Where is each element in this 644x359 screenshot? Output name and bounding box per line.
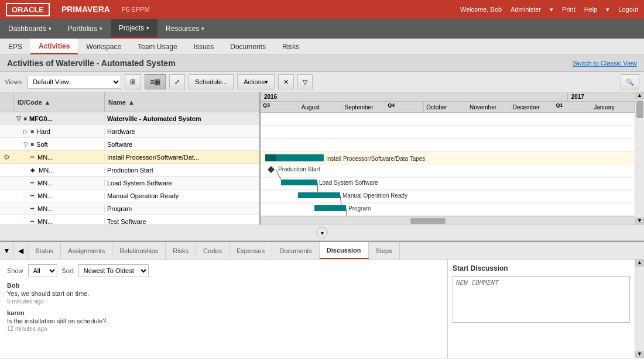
year-2017: 2017	[568, 92, 635, 101]
table-row[interactable]: ▽ ■ MFG0... Waterville - Automated Syste…	[0, 112, 259, 125]
tab-relationships[interactable]: Relationships	[112, 242, 166, 259]
sort-select[interactable]: Newest To Oldest	[78, 264, 149, 277]
welcome-text: Welcome, Bob	[460, 6, 502, 13]
svg-text:Program: Program	[348, 205, 371, 212]
dashboards-arrow: ▾	[49, 26, 52, 32]
table-row[interactable]: ━ MN... Program	[0, 202, 259, 215]
show-select[interactable]: All	[28, 264, 57, 277]
table-view-button[interactable]: ⊞	[125, 74, 141, 89]
scroll-thumb[interactable]	[636, 101, 643, 118]
crosshair-button[interactable]: ✕	[278, 74, 294, 89]
schedule-button[interactable]: Schedule...	[189, 74, 234, 89]
id-code-header: ID/Code ▲	[14, 92, 105, 112]
views-select[interactable]: Default View	[28, 75, 121, 89]
tab-risks[interactable]: Risks	[166, 242, 196, 259]
activity-table: ID/Code ▲ Name ▲ ▽ ■ MFG0... W	[0, 92, 261, 225]
projects-arrow: ▾	[146, 25, 149, 31]
svg-line-28	[346, 208, 347, 216]
administer-link[interactable]: Administer	[511, 6, 541, 13]
vertical-scrollbar[interactable]: ▲ ▼	[635, 92, 644, 225]
table-row[interactable]: ◆ MN... Production Start	[0, 164, 259, 177]
wbs-icon: ■	[23, 115, 27, 122]
gantt-scrollbar-thumb[interactable]	[410, 218, 446, 224]
row-id: ━ MN...	[14, 180, 105, 187]
row-id: ━ MN...	[14, 218, 105, 225]
gantt-horizontal-scrollbar[interactable]	[261, 216, 635, 225]
tab-assignments[interactable]: Assignments	[61, 242, 112, 259]
new-comment-textarea[interactable]	[453, 276, 630, 323]
table-row[interactable]: ━ MN... Load System Software	[0, 177, 259, 189]
discussion-scrollbar[interactable]: ▲ ▼	[635, 260, 644, 358]
svg-rect-19	[314, 205, 346, 211]
row-id: ▽ ■ Soft	[14, 141, 105, 148]
bottom-content: Show All Sort Newest To Oldest Bob Yes, …	[0, 260, 644, 358]
table-row[interactable]: ━ MN... Manual Operation Ready	[0, 189, 259, 202]
subnav-team-usage[interactable]: Team Usage	[129, 39, 185, 54]
disc-scroll-down[interactable]: ▼	[635, 351, 644, 358]
subnav-eps[interactable]: EPS	[0, 39, 30, 54]
row-name: Production Start	[105, 167, 259, 174]
gantt-body: Install Processor/Software/Data Tapes Pr…	[261, 113, 635, 216]
sub-nav: EPS Activities Workspace Team Usage Issu…	[0, 39, 644, 55]
tab-codes[interactable]: Codes	[196, 242, 229, 259]
milestone-icon: ◆	[30, 167, 35, 173]
gantt-month-row: Q3 August September Q4 October November …	[261, 102, 635, 112]
help-link[interactable]: Help	[584, 6, 598, 13]
table-row[interactable]: ▽ ■ Soft Software	[0, 138, 259, 151]
nav-projects[interactable]: Projects ▾	[111, 19, 157, 39]
collapse-toggle-button[interactable]: ▾	[316, 227, 328, 239]
sort-label: Sort	[62, 267, 74, 274]
nav-portfolios[interactable]: Portfolios ▾	[60, 19, 111, 39]
scroll-down-btn[interactable]: ▼	[635, 218, 644, 225]
expand-icon[interactable]: ▷	[23, 128, 28, 134]
filter-button[interactable]: ▽	[297, 74, 313, 89]
subnav-risks[interactable]: Risks	[274, 39, 307, 54]
row-name: Program	[105, 205, 259, 212]
comment-text-karen: Is the installation still on schedule?	[7, 317, 440, 325]
expand-button[interactable]: ⤢	[169, 74, 185, 89]
oracle-logo: ORACLE	[6, 3, 50, 16]
logout-link[interactable]: Logout	[618, 6, 638, 13]
row-settings-gear[interactable]: ⚙	[0, 153, 14, 161]
search-button[interactable]: 🔍	[621, 74, 639, 89]
switch-view-link[interactable]: Switch to Classic View	[573, 60, 637, 67]
table-row[interactable]: ▷ ■ Hard Hardware	[0, 125, 259, 138]
scroll-up-btn[interactable]: ▲	[635, 92, 644, 99]
nav-resources[interactable]: Resources ▾	[157, 19, 213, 39]
month-december: December	[511, 102, 554, 112]
svg-text:Production Start: Production Start	[278, 166, 320, 172]
tab-documents[interactable]: Documents	[272, 242, 320, 259]
page-header: Activities of Waterville - Automated Sys…	[0, 55, 644, 72]
table-row[interactable]: ⚙ ━ MN... Install Processor/Software/Dat…	[0, 151, 259, 164]
bottom-panel-toggle[interactable]: ▼	[0, 242, 14, 259]
subnav-documents[interactable]: Documents	[222, 39, 274, 54]
tab-discussion[interactable]: Discussion	[320, 242, 369, 259]
name-header: Name ▲	[105, 92, 259, 112]
subnav-issues[interactable]: Issues	[186, 39, 222, 54]
row-name: Load System Software	[105, 180, 259, 187]
tab-status[interactable]: Status	[28, 242, 61, 259]
month-september: September	[342, 102, 386, 112]
comment-time-karen: 12 minutes ago	[7, 326, 440, 332]
table-row[interactable]: ━ MN... Test Software	[0, 215, 259, 225]
bottom-nav-prev[interactable]: ◀	[14, 242, 28, 259]
subnav-activities[interactable]: Activities	[30, 39, 78, 54]
print-link[interactable]: Print	[562, 6, 576, 13]
svg-text:Manual Operation Ready: Manual Operation Ready	[342, 192, 407, 199]
svg-rect-11	[265, 154, 276, 161]
collapse-icon[interactable]: ▽	[16, 115, 21, 122]
gantt-view-button[interactable]: ≡▦	[145, 74, 166, 89]
comment-time-bob: 5 minutes ago	[7, 298, 440, 305]
nav-dashboards[interactable]: Dashboards ▾	[0, 19, 60, 39]
subnav-workspace[interactable]: Workspace	[78, 39, 129, 54]
tab-steps[interactable]: Steps	[369, 242, 400, 259]
disc-scroll-up[interactable]: ▲	[635, 260, 644, 267]
actions-button[interactable]: Actions ▾	[237, 74, 275, 89]
tab-expenses[interactable]: Expenses	[229, 242, 272, 259]
collapse-icon[interactable]: ▽	[23, 141, 28, 147]
bottom-panel: ▼ ◀ Status Assignments Relationships Ris…	[0, 241, 644, 358]
comment-text-bob: Yes, we should start on time.	[7, 290, 440, 297]
row-id: ◆ MN...	[14, 167, 105, 174]
svg-text:Install Processor/Software/Dat: Install Processor/Software/Data Tapes	[326, 156, 425, 162]
comment-karen: karen Is the installation still on sched…	[7, 309, 440, 332]
